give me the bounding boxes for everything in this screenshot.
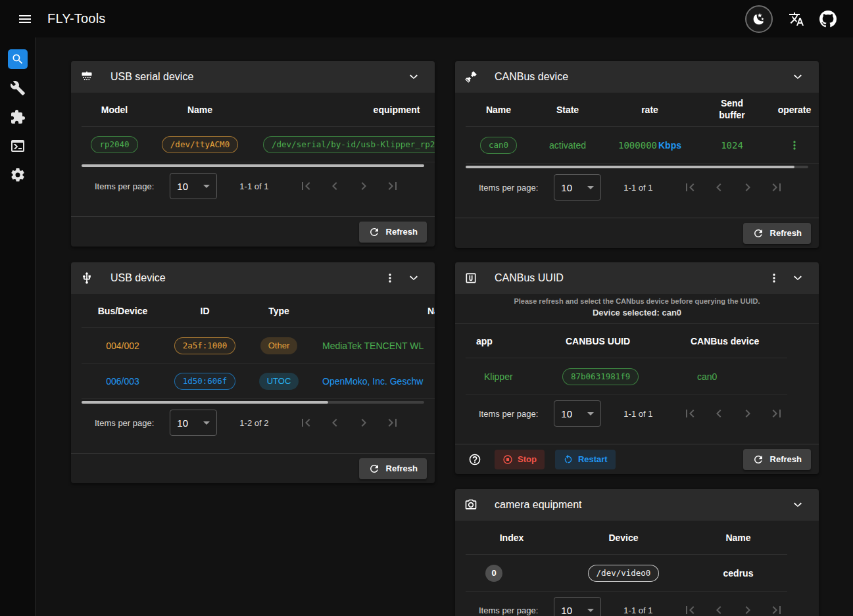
chevron-down-icon <box>587 609 594 612</box>
next-page-button[interactable] <box>349 173 378 199</box>
puzzle-icon <box>10 109 26 125</box>
kebab-menu-icon <box>383 272 397 285</box>
column-header-model[interactable]: Model <box>82 105 147 115</box>
last-page-button[interactable] <box>762 174 791 201</box>
first-page-button[interactable] <box>291 410 320 436</box>
collapse-button[interactable] <box>402 266 426 290</box>
card-canbus-device: CANBus device Name State rate Send buffe… <box>455 61 819 248</box>
stop-button[interactable]: Stop <box>495 450 545 469</box>
first-page-button[interactable] <box>675 400 704 427</box>
column-header-name[interactable]: Name <box>147 105 253 115</box>
column-header-canbus-uuid[interactable]: CANBUS UUID <box>560 336 689 346</box>
horizontal-scrollbar[interactable] <box>82 401 424 404</box>
items-per-page-select[interactable]: 10 <box>170 173 217 199</box>
column-header-name[interactable]: Name <box>312 306 435 316</box>
page-last-icon <box>769 406 785 421</box>
page-first-icon <box>298 178 314 194</box>
next-page-button[interactable] <box>733 597 762 616</box>
last-page-button[interactable] <box>762 597 791 616</box>
chevron-right-icon <box>740 602 756 616</box>
page-last-icon <box>385 178 401 194</box>
translate-button[interactable] <box>783 6 810 32</box>
prev-page-button[interactable] <box>320 173 349 199</box>
sidebar-item-plugins[interactable] <box>5 107 31 127</box>
column-header-rate[interactable]: rate <box>604 105 696 115</box>
first-page-button[interactable] <box>675 597 704 616</box>
camera-index-badge: 0 <box>485 565 502 582</box>
sidebar <box>0 37 36 616</box>
page-last-icon <box>769 179 785 195</box>
terminal-icon <box>10 138 26 154</box>
sidebar-item-services[interactable] <box>5 165 31 185</box>
items-per-page-label: Items per page: <box>95 418 154 428</box>
table-row: Klipper 87b0631981f9 can0 <box>466 358 787 395</box>
prev-page-button[interactable] <box>320 410 349 436</box>
bus-device-cell: 006/003 <box>82 376 164 387</box>
refresh-button[interactable]: Refresh <box>743 449 811 470</box>
sidebar-item-device-search[interactable] <box>8 49 28 69</box>
column-header-bus-device[interactable]: Bus/Device <box>82 306 164 316</box>
column-header-state[interactable]: State <box>531 105 604 115</box>
items-per-page-select[interactable]: 10 <box>554 174 601 201</box>
column-header-id[interactable]: ID <box>164 306 246 316</box>
github-icon <box>819 11 837 28</box>
dark-mode-button[interactable] <box>745 5 773 33</box>
github-button[interactable] <box>815 6 841 32</box>
column-header-canbus-device[interactable]: CANBus device <box>689 336 787 346</box>
page-first-icon <box>682 179 698 195</box>
more-options-button[interactable] <box>762 266 786 290</box>
column-header-equipment[interactable]: equipment <box>253 105 435 115</box>
collapse-button[interactable] <box>786 493 810 517</box>
menu-icon <box>17 11 33 27</box>
refresh-button[interactable]: Refresh <box>359 458 427 479</box>
prev-page-button[interactable] <box>704 597 733 616</box>
chevron-down-icon <box>203 185 210 188</box>
sidebar-item-tools[interactable] <box>5 78 31 98</box>
table-row: can0 activated 1000000Kbps 1024 <box>466 127 819 164</box>
restart-button[interactable]: Restart <box>555 450 616 469</box>
first-page-button[interactable] <box>291 173 320 199</box>
stop-circle-icon <box>502 454 513 465</box>
table-row: 004/002 2a5f:1000 Other MediaTek TENCENT… <box>82 328 435 364</box>
column-header-device[interactable]: Device <box>558 533 689 543</box>
collapse-button[interactable] <box>402 65 426 89</box>
prev-page-button[interactable] <box>704 174 733 201</box>
more-options-button[interactable] <box>378 266 402 290</box>
next-page-button[interactable] <box>733 400 762 427</box>
last-page-button[interactable] <box>762 400 791 427</box>
table-row: rp2040 /dev/ttyACM0 /dev/serial/by-id/us… <box>82 127 435 162</box>
horizontal-scrollbar[interactable] <box>82 164 424 167</box>
chevron-down-icon <box>203 421 210 425</box>
horizontal-scrollbar[interactable] <box>466 166 808 168</box>
collapse-button[interactable] <box>786 65 810 89</box>
operate-menu-button[interactable] <box>783 133 806 157</box>
column-header-name[interactable]: Name <box>689 533 787 543</box>
last-page-button[interactable] <box>378 173 407 199</box>
page-last-icon <box>385 415 401 431</box>
column-header-type[interactable]: Type <box>246 306 312 316</box>
help-button[interactable] <box>464 449 485 470</box>
items-per-page-select[interactable]: 10 <box>554 400 601 427</box>
column-header-operate[interactable]: operate <box>768 105 819 115</box>
refresh-button[interactable]: Refresh <box>743 223 811 244</box>
sidebar-item-terminal[interactable] <box>5 136 31 156</box>
items-per-page-select[interactable]: 10 <box>554 597 601 616</box>
bus-device-cell: 004/002 <box>82 341 164 351</box>
first-page-button[interactable] <box>675 174 704 201</box>
items-per-page-select[interactable]: 10 <box>170 410 217 436</box>
uuid-app-cell: Klipper <box>466 371 560 382</box>
column-header-index[interactable]: Index <box>466 533 558 543</box>
column-header-name[interactable]: Name <box>466 105 531 115</box>
menu-button[interactable] <box>12 6 38 32</box>
collapse-button[interactable] <box>786 266 810 290</box>
page-last-icon <box>769 602 785 616</box>
next-page-button[interactable] <box>349 410 378 436</box>
prev-page-button[interactable] <box>704 400 733 427</box>
last-page-button[interactable] <box>378 410 407 436</box>
refresh-button[interactable]: Refresh <box>359 222 427 243</box>
items-per-page-label: Items per page: <box>95 181 154 191</box>
column-header-send-buffer[interactable]: Send buffer <box>696 98 768 121</box>
device-selected-text: Device selected: can0 <box>464 308 810 318</box>
column-header-app[interactable]: app <box>466 336 560 346</box>
next-page-button[interactable] <box>733 174 762 201</box>
